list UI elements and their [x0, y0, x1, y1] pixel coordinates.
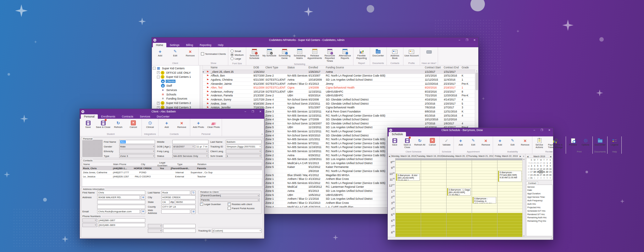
client-grid-header[interactable]: NameDOBClient TypeStatusEnrolledFunding … — [203, 66, 478, 70]
tree-item-clients[interactable]: ☻Clients — [152, 79, 200, 83]
terminated-clients-checkbox[interactable]: Terminated Clients — [201, 52, 226, 55]
gender-select[interactable]: Male — [119, 145, 155, 149]
calendar-day[interactable]: 13 — [539, 168, 542, 170]
prev-day-icon[interactable]: ◀ — [388, 155, 391, 157]
column-header-dob[interactable]: DOB — [253, 66, 264, 69]
scheduling-genie-button[interactable]: ◔Scheduling Genie — [277, 48, 292, 60]
edit-button[interactable]: ✎Edit — [507, 137, 519, 146]
selected-schedule-button[interactable]: ✎Selected Schedule — [247, 48, 262, 60]
add-button[interactable]: +Add — [494, 137, 506, 146]
phone1-type-select[interactable] — [82, 218, 97, 222]
middle-field[interactable] — [172, 140, 208, 144]
edit-button[interactable]: ✎Edit — [168, 48, 182, 57]
save-button[interactable]: Save — [389, 137, 401, 146]
calendar-day[interactable]: 2 — [536, 177, 539, 179]
remove-button[interactable]: ×Remove — [183, 48, 197, 57]
state-field[interactable]: CA — [161, 200, 169, 204]
have-an-idea-button[interactable] — [422, 48, 436, 54]
column-header-client-type[interactable]: Client Type — [264, 66, 286, 69]
resize-grip[interactable] — [551, 237, 553, 239]
ribbon-collapse-icon[interactable]: ∧ — [550, 151, 552, 153]
email-field[interactable]: Chris.Rock@cmguardian.com — [97, 209, 140, 214]
day-header[interactable]: Monday, March 18, 2019 — [391, 154, 416, 158]
contact-column-name[interactable]: Name — [82, 163, 112, 166]
tracking-id-select[interactable]: Simpson-Ziggy-20070331 — [226, 145, 262, 149]
scroll-up-icon[interactable]: ▲ — [523, 158, 525, 160]
tab-help[interactable]: Help — [215, 43, 226, 47]
column-header-contract-end[interactable]: Contract End — [443, 66, 461, 69]
remove-button[interactable]: ×Remove — [175, 119, 189, 129]
phone2-type-select[interactable] — [82, 223, 97, 227]
minimize-button[interactable]: – — [242, 110, 249, 113]
family-language-select[interactable] — [172, 149, 208, 153]
calendar-day[interactable]: 27 — [539, 174, 542, 176]
remove-button[interactable]: ×Remove — [519, 137, 531, 146]
web-icon[interactable]: ⊞ — [191, 209, 196, 214]
calendar-day[interactable]: 24 — [530, 162, 533, 164]
day-column[interactable]: D.Barrymore - B.Idol [BII-LAUSD:60R] 10:… — [395, 158, 421, 237]
school-grade-select[interactable]: 1 — [226, 154, 262, 158]
next-month-icon[interactable]: ▶ — [549, 155, 552, 158]
relation-group-select[interactable]: Parents — [200, 198, 260, 202]
calendar-day[interactable]: 7 — [542, 165, 546, 167]
save-close-button[interactable]: Save & Close — [401, 137, 413, 149]
maximize-button[interactable]: ❐ — [538, 129, 546, 132]
calendar-day[interactable]: 6 — [539, 165, 542, 167]
last-name-field[interactable]: Baldwin — [226, 140, 262, 144]
release-appointments-button[interactable]: Release Appointments — [308, 48, 322, 60]
tree-item-super-kid-centers[interactable]: -▦Super Kid Centers — [152, 66, 200, 71]
calendar-day[interactable]: 1 — [546, 162, 549, 164]
phone3-field[interactable] — [163, 224, 196, 228]
cancel-button[interactable]: ×Cancel — [426, 137, 438, 146]
calendar-day[interactable]: 25 — [533, 162, 536, 164]
table-row[interactable]: ⚑Anderson, Pamela2/13/2007Zone 2UBH6/20/… — [203, 94, 478, 98]
day-column[interactable]: D.Barrymore - P.Frank [BID:90R] 9:30 AM-… — [497, 158, 523, 237]
tree-item-schools[interactable]: ▤Schools — [152, 92, 200, 97]
resize-grip[interactable] — [262, 236, 264, 238]
tab-contracts[interactable]: Contracts — [119, 114, 136, 119]
first-name-field[interactable]: Alec — [119, 140, 155, 144]
contact-row[interactable]: Zeta-Jones, Catherine(446)577-1777PONDIn… — [82, 170, 262, 175]
service-actions-button[interactable]: Service Actions — [533, 137, 545, 149]
appointment[interactable]: D.Barrymore - P.Frank [BID:90R] 9:30 AM-… — [498, 171, 522, 182]
client-language-select[interactable] — [226, 149, 262, 153]
calendar-day[interactable]: 27 — [539, 162, 542, 164]
tab-billing[interactable]: Billing — [183, 43, 196, 47]
mini-calendar[interactable]: SMTWTFS924252627281210345678911101112131… — [526, 158, 552, 180]
table-row[interactable]: ▸⚑_client 25, client 251/25/20151/25/201… — [203, 70, 478, 74]
table-row[interactable]: ⚑Affleck, Ben9/27/2005Zone 2NA-605 Servi… — [203, 74, 478, 78]
validate-button[interactable]: ✓Validate — [441, 137, 452, 146]
ribbon-collapse-icon[interactable]: ∧ — [261, 133, 263, 135]
appointment[interactable]: D.Barrymore - B.Idol [BII-LAUSD:60R] 10:… — [396, 174, 420, 181]
calendar-day[interactable]: 28 — [542, 174, 546, 176]
scheduling-matrix-button[interactable]: Scheduling Matrix — [292, 48, 307, 60]
cancel-button[interactable]: ×Cancel — [126, 119, 141, 129]
day-column[interactable]: D.Barrymore - L.Gaga [BII-LAUSD:60R] 12:… — [446, 158, 472, 237]
calendar-day[interactable]: 14 — [542, 168, 546, 170]
remove-button[interactable]: ×Remove — [480, 137, 492, 146]
calendar-day[interactable]: 16 — [549, 168, 552, 170]
calendar-day[interactable]: 26 — [536, 162, 539, 164]
save-close-button[interactable]: Save & Close — [96, 119, 110, 129]
save-button[interactable]: Save — [81, 119, 95, 129]
add-button[interactable]: +Add — [153, 48, 167, 57]
add-photo-button[interactable]: +Add Photo — [191, 119, 206, 129]
refresh-all-button[interactable]: ↻Refresh All — [414, 137, 426, 146]
tab-enrollments[interactable]: Enrollments — [98, 114, 119, 119]
add-button[interactable]: +Add — [455, 137, 467, 146]
custom-tracking-select[interactable]: [Custom] — [212, 229, 262, 233]
phone3-type-select[interactable] — [148, 224, 162, 228]
flexible-reporting-button[interactable]: Flexible Reporting — [354, 48, 369, 60]
appointment[interactable]: D.Barrymore - L.Gaga [BII-LAUSD:60R] 12:… — [447, 188, 471, 195]
zip-field[interactable]: 96050 — [175, 200, 196, 204]
schedule-titlebar[interactable]: N Client Schedule - Barrymore, Drew – ❐ … — [388, 128, 553, 132]
calendar-day[interactable]: 11 — [533, 168, 536, 170]
parent-portal-checkbox[interactable]: Parent Portal Access — [228, 207, 254, 210]
phone2-field[interactable]: (610)480-3809 — [98, 223, 145, 227]
reconcile-reported-times-button[interactable]: ✎Reconcile Reported Times — [323, 48, 337, 62]
calendar-day[interactable]: 15 — [546, 168, 549, 170]
contacts-grid-header[interactable]: NameMain PhoneCityLegal GuardianTypeRela… — [82, 162, 262, 166]
city-field[interactable]: HORSE CREEK — [161, 195, 196, 199]
tab-home[interactable]: Home — [153, 43, 166, 47]
tab-schedule[interactable]: Schedule — [389, 132, 406, 136]
